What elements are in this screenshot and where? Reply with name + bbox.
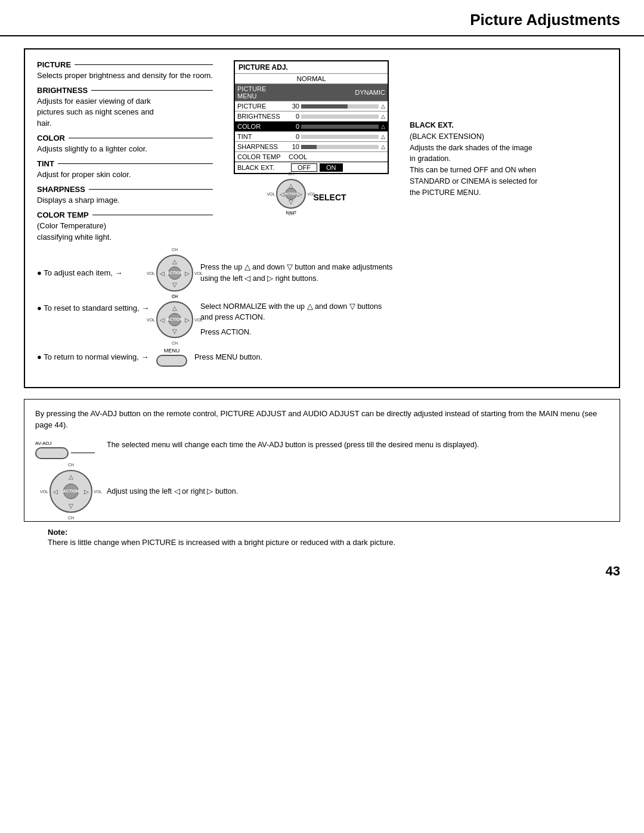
vol-right-2: VOL <box>194 317 203 321</box>
picture-rule <box>75 64 213 65</box>
main-box: PICTURE Selects proper brightness and de… <box>24 48 620 388</box>
instruction-adjust: ● To adjust each item, → CH △ ◁ ACTION ▷… <box>37 255 607 292</box>
menu-button-label: MENU <box>164 348 180 354</box>
color-text: Adjusts slightly to a lighter color. <box>37 144 213 154</box>
brightness-label: BRIGHTNESS <box>37 86 88 95</box>
sharpness-rule <box>89 189 213 190</box>
menu-item-brightness: BRIGHTNESS 0 △ <box>235 111 388 121</box>
note-label: Note: <box>48 528 67 537</box>
black-ext-line2: in gradation. <box>410 154 451 163</box>
reset-label: ● To reset to standard setting, → <box>37 301 156 312</box>
remote-big-col: CH △ ◁ ACTION ▷ ▽ CH VOL VOL <box>35 470 107 513</box>
black-ext-info: BLACK EXT. (BLACK EXTENSION) Adjusts the… <box>410 120 583 198</box>
color-temp-label: COLOR TEMP <box>37 210 89 219</box>
menu-item-picture: PICTURE 30 △ <box>235 101 388 111</box>
vol-left-1: VOL <box>147 271 155 275</box>
tint-label: TINT <box>37 159 54 168</box>
tint-bar <box>301 135 379 139</box>
av-adj-line <box>71 453 95 453</box>
vol-right-label: VOL <box>307 192 315 196</box>
left-column: PICTURE Selects proper brightness and de… <box>37 60 213 246</box>
note-intro: By pressing the AV-ADJ button on the rem… <box>35 408 609 431</box>
adjust-label: ● To adjust each item, → <box>37 268 156 277</box>
page-number: 43 <box>0 559 644 584</box>
remote-graphic-center: CH △ ◁ ACTION ▷ ▽ CH VOL VOL <box>276 179 306 209</box>
picture-section: PICTURE Selects proper brightness and de… <box>37 60 213 81</box>
picture-label: PICTURE <box>37 60 71 69</box>
page-header: Picture Adjustments <box>0 0 644 36</box>
brightness-section: BRIGHTNESS Adjusts for easier viewing of… <box>37 86 213 129</box>
color-bar <box>301 125 379 129</box>
av-adj-pill <box>35 447 69 459</box>
instruction-return: ● To return to normal viewing, → MENU Pr… <box>37 348 607 367</box>
vol-left-big: VOL <box>40 489 48 493</box>
note-text: There is little change when PICTURE is i… <box>48 538 596 547</box>
color-section: COLOR Adjusts slightly to a lighter colo… <box>37 134 213 154</box>
ch-bot-label: CH <box>288 212 294 216</box>
sharpness-section: SHARPNESS Displays a sharp image. <box>37 185 213 206</box>
black-ext-subtitle: (BLACK EXTENSION) <box>410 132 484 141</box>
vol-right-1: VOL <box>194 271 203 275</box>
picture-text: Selects proper brightness and density fo… <box>37 70 213 81</box>
av-adj-button-col: AV-ADJ <box>35 439 107 459</box>
adjust-text: Press the up △ and down ▽ button and mak… <box>200 262 392 284</box>
brightness-bar <box>301 114 379 119</box>
sharpness-text: Displays a sharp image. <box>37 195 213 206</box>
ch-bot-2: CH <box>172 341 178 345</box>
menu-title: PICTURE ADJ. <box>235 61 388 73</box>
tint-text: Adjust for proper skin color. <box>37 169 213 180</box>
black-ext-line3: This can be turned OFF and ON when <box>410 166 536 174</box>
action-btn-big: ACTION <box>63 484 79 499</box>
tint-rule <box>58 163 213 164</box>
remote-adjust-section: CH △ ◁ ACTION ▷ ▽ CH VOL VOL Adjust usin… <box>35 470 609 513</box>
ch-top-label: CH <box>288 172 294 176</box>
menu-button-graphic: MENU <box>156 348 187 367</box>
black-ext-line5: the PICTURE MENU. <box>410 188 481 197</box>
center-column: PICTURE ADJ. NORMAL PICTURE MENU DYNAMIC… <box>219 60 404 215</box>
brightness-rule <box>91 90 213 91</box>
vol-right-big: VOL <box>94 489 102 493</box>
picture-adj-menu: PICTURE ADJ. NORMAL PICTURE MENU DYNAMIC… <box>234 60 389 174</box>
color-temp-text: (Color Temperature)classifying white lig… <box>37 221 213 242</box>
picture-bar <box>301 104 379 109</box>
ch-bot-big: CH <box>68 516 74 520</box>
black-ext-title: BLACK EXT. <box>410 121 454 129</box>
main-content: PICTURE Selects proper brightness and de… <box>0 36 644 559</box>
remote-graphic-reset: CH △ ◁ ACTION ▷ ▽ CH VOL VOL <box>156 301 193 338</box>
select-label: SELECT <box>313 193 346 202</box>
action-button-graphic: CH △ ◁ ACTION ▷ ▽ CH VOL VOL EXIT <box>276 179 306 215</box>
black-ext-line4: STANDARD or CINEMA is selected for <box>410 177 537 185</box>
menu-black-ext-row: BLACK EXT. OFF ON <box>235 162 388 173</box>
menu-item-color-temp: COLOR TEMP COOL <box>235 151 388 162</box>
picture-menu-label: PICTURE MENU <box>237 85 286 100</box>
dynamic-label: DYNAMIC <box>355 89 385 96</box>
adjust-button-text: Adjust using the left ◁ or right ▷ butto… <box>107 486 609 497</box>
tint-section: TINT Adjust for proper skin color. <box>37 159 213 180</box>
right-column: BLACK EXT. (BLACK EXTENSION) Adjusts the… <box>410 120 583 198</box>
action-select-row: CH △ ◁ ACTION ▷ ▽ CH VOL VOL EXIT SELECT <box>219 179 404 215</box>
black-ext-line1: Adjusts the dark shades of the image <box>410 144 532 152</box>
sharpness-bar <box>301 145 379 149</box>
return-text: Press MENU button. <box>194 352 262 363</box>
sharpness-label: SHARPNESS <box>37 185 85 194</box>
color-label: COLOR <box>37 134 65 143</box>
av-adj-label: AV-ADJ <box>35 441 51 446</box>
action-center-btn: ACTION <box>285 188 297 200</box>
ch-top-1: CH <box>172 247 178 252</box>
bottom-note: Note: There is little change when PICTUR… <box>24 528 620 547</box>
menu-pill <box>156 355 187 367</box>
lower-section: ● To adjust each item, → CH △ ◁ ACTION ▷… <box>37 255 607 367</box>
return-label: ● To return to normal viewing, → <box>37 352 156 361</box>
ch-top-big: CH <box>68 463 74 467</box>
color-rule <box>69 138 213 138</box>
menu-item-color: COLOR 0 △ <box>235 121 388 131</box>
menu-item-tint: TINT 0 △ <box>235 131 388 141</box>
reset-text-block: Select NORMALIZE with the up △ and down … <box>200 301 382 338</box>
color-temp-rule <box>92 215 213 215</box>
vol-left-2: VOL <box>147 317 155 321</box>
color-temp-section: COLOR TEMP (Color Temperature)classifyin… <box>37 210 213 242</box>
menu-normal: NORMAL <box>235 73 388 83</box>
vol-left-label: VOL <box>267 192 275 196</box>
ch-top-2: CH <box>172 294 178 298</box>
brightness-text: Adjusts for easier viewing of darkpictur… <box>37 96 213 129</box>
